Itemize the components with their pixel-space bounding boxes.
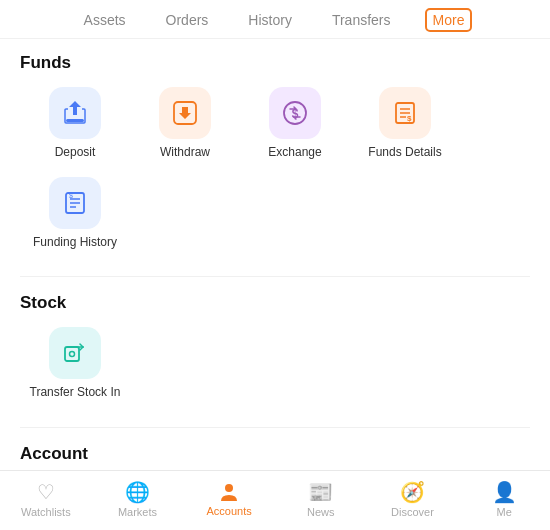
exchange-icon-box: $ xyxy=(269,87,321,139)
tab-accounts-label: Accounts xyxy=(207,505,252,517)
tab-watchlists[interactable]: ♡ Watchlists xyxy=(18,480,73,518)
stock-title: Stock xyxy=(20,293,530,313)
withdraw-icon xyxy=(171,99,199,127)
transfer-stock-item[interactable]: Transfer Stock In xyxy=(20,327,130,401)
svg-text:$: $ xyxy=(69,192,73,199)
tab-discover[interactable]: 🧭 Discover xyxy=(385,480,440,518)
tab-markets[interactable]: 🌐 Markets xyxy=(110,480,165,518)
exchange-icon: $ xyxy=(281,99,309,127)
nav-transfers[interactable]: Transfers xyxy=(326,10,397,30)
nav-orders[interactable]: Orders xyxy=(160,10,215,30)
stock-grid: Transfer Stock In xyxy=(20,327,530,417)
nav-more[interactable]: More xyxy=(425,8,473,32)
globe-icon: 🌐 xyxy=(125,480,150,504)
withdraw-icon-box xyxy=(159,87,211,139)
withdraw-label: Withdraw xyxy=(160,145,210,161)
svg-marker-0 xyxy=(69,101,81,115)
svg-text:$: $ xyxy=(407,114,412,123)
svg-rect-16 xyxy=(65,347,79,361)
exchange-label: Exchange xyxy=(268,145,321,161)
exchange-item[interactable]: $ Exchange xyxy=(240,87,350,161)
transfer-stock-icon-box xyxy=(49,327,101,379)
tab-news[interactable]: 📰 News xyxy=(293,480,348,518)
nav-assets[interactable]: Assets xyxy=(78,10,132,30)
main-content: Funds Deposit xyxy=(0,39,550,470)
tab-me-label: Me xyxy=(496,506,511,518)
sep-1 xyxy=(20,276,530,277)
svg-point-17 xyxy=(70,352,75,357)
withdraw-item[interactable]: Withdraw xyxy=(130,87,240,161)
person-icon: 👤 xyxy=(492,480,517,504)
heart-icon: ♡ xyxy=(37,480,55,504)
tab-discover-label: Discover xyxy=(391,506,434,518)
funding-history-label: Funding History xyxy=(33,235,117,251)
funds-details-icon: $ xyxy=(391,99,419,127)
tab-me[interactable]: 👤 Me xyxy=(477,480,532,518)
svg-marker-3 xyxy=(179,107,191,119)
deposit-icon-box xyxy=(49,87,101,139)
tab-news-label: News xyxy=(307,506,335,518)
compass-icon: 🧭 xyxy=(400,480,425,504)
stock-section: Stock Transfer Stock In xyxy=(20,293,530,417)
funds-section: Funds Deposit xyxy=(20,53,530,266)
tab-watchlists-label: Watchlists xyxy=(21,506,71,518)
funds-grid: Deposit Withdraw $ xyxy=(20,87,530,266)
nav-history[interactable]: History xyxy=(242,10,298,30)
tab-markets-label: Markets xyxy=(118,506,157,518)
funding-history-item[interactable]: $ Funding History xyxy=(20,177,130,251)
funding-history-icon-box: $ xyxy=(49,177,101,229)
deposit-item[interactable]: Deposit xyxy=(20,87,130,161)
funds-details-label: Funds Details xyxy=(368,145,441,161)
funds-title: Funds xyxy=(20,53,530,73)
svg-point-49 xyxy=(225,484,233,492)
funds-details-icon-box: $ xyxy=(379,87,431,139)
bottom-tab-bar: ♡ Watchlists 🌐 Markets Accounts 📰 News 🧭… xyxy=(0,470,550,530)
sep-2 xyxy=(20,427,530,428)
top-navigation: Assets Orders History Transfers More xyxy=(0,0,550,39)
transfer-stock-icon xyxy=(61,339,89,367)
account-tab-icon xyxy=(218,481,240,503)
deposit-label: Deposit xyxy=(55,145,96,161)
funding-history-icon: $ xyxy=(61,189,89,217)
transfer-stock-label: Transfer Stock In xyxy=(30,385,121,401)
svg-rect-1 xyxy=(66,119,84,122)
account-section: Account Statement xyxy=(20,444,530,470)
deposit-icon xyxy=(61,99,89,127)
news-icon: 📰 xyxy=(308,480,333,504)
tab-accounts[interactable]: Accounts xyxy=(202,481,257,517)
account-title: Account xyxy=(20,444,530,464)
funds-details-item[interactable]: $ Funds Details xyxy=(350,87,460,161)
